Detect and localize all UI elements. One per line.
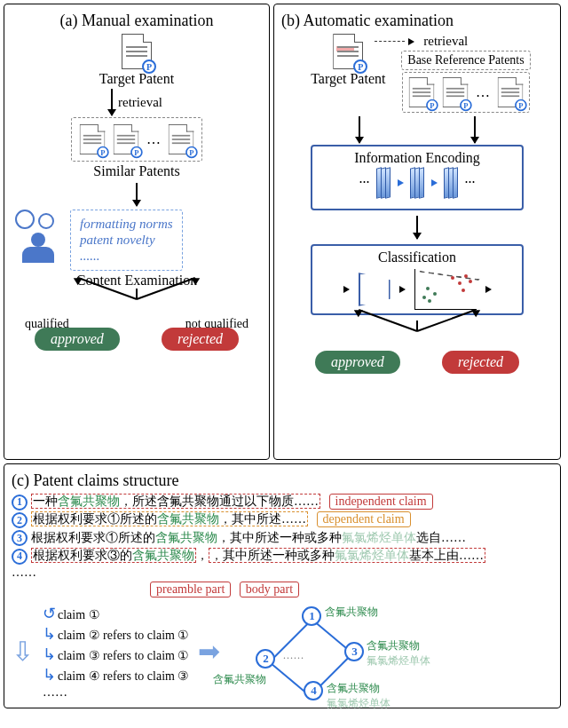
claim-3: 3根据权利要求①所述的含氟共聚物，其中所述一种或多种氟氯烯烃单体选自…… — [12, 530, 553, 547]
rejected-pill: rejected — [162, 328, 239, 351]
target-doc-icon: P — [333, 34, 363, 69]
similar-patents-label: Similar Patents — [93, 163, 179, 179]
examiner-row: formatting norms patent novelty ...... — [12, 210, 262, 271]
criteria-box: formatting norms patent novelty ...... — [70, 210, 183, 271]
scatter-plot-icon — [414, 269, 477, 310]
criteria-etc: ...... — [80, 249, 173, 264]
claim-4: 4根据权利要求③的含氟共聚物，，其中所述一种或多种氟氯烯烃单体基本上由…… — [12, 548, 553, 565]
classification-label: Classification — [378, 249, 456, 265]
claims-ellipsis: …… — [12, 566, 553, 580]
ellipsis-icon: … — [145, 131, 162, 147]
panel-c: (c) Patent claims structure 1一种含氟共聚物，所述含… — [4, 463, 561, 708]
split-arrows — [57, 289, 217, 322]
classification-box: Classification — [311, 244, 524, 315]
panel-b: (b) Automatic examination P Target Paten… — [273, 4, 561, 460]
base-reference-label: Base Reference Patents — [401, 51, 530, 70]
dependent-claim-tag: dependent claim — [317, 511, 411, 527]
preamble-tag: preamble part — [150, 582, 231, 597]
examiner-icon — [12, 210, 65, 263]
retrieval-label: retrieval — [118, 95, 162, 110]
criteria-novelty: patent novelty — [80, 233, 173, 248]
arrow-icon — [111, 89, 113, 115]
claim-2: 2根据权利要求①所述的含氟共聚物，其中所述…… dependent claim — [12, 511, 553, 528]
reference-list: ↺claim ① ↳claim ② refers to claim ① ↳cla… — [43, 603, 189, 700]
target-patent-label: Target Patent — [99, 71, 174, 87]
body-tag: body part — [240, 582, 299, 597]
panel-c-lower: ⇩ ↺claim ① ↳claim ② refers to claim ① ↳c… — [12, 603, 553, 700]
panel-a-title: (a) Manual examination — [60, 12, 214, 30]
panel-b-top: P Target Patent retrieval Base Reference… — [304, 34, 530, 113]
graph-node-1: 1 — [302, 606, 321, 626]
panel-b-title: (b) Automatic examination — [281, 12, 454, 30]
graph-node-4: 4 — [304, 681, 323, 700]
classifier-icon — [359, 273, 390, 306]
claim-1: 1一种含氟共聚物，所述含氟共聚物通过以下物质…… independent cla… — [12, 494, 553, 510]
outcome-row: approved rejected — [35, 328, 239, 351]
independent-claim-tag: independent claim — [329, 494, 433, 510]
nn-stacks: ··· ··· — [359, 168, 476, 198]
content-exam-label: Content Examination — [76, 273, 197, 289]
target-patent-label-b: Target Patent — [311, 71, 385, 87]
arrow-icon — [416, 216, 418, 239]
right-arrow-icon: ➡ — [198, 636, 220, 667]
info-encoding-box: Information Encoding ··· ··· — [311, 145, 524, 210]
arrow-icon — [359, 116, 360, 143]
claims-list: 1一种含氟共聚物，所述含氟共聚物通过以下物质…… independent cla… — [12, 494, 553, 597]
figure-root: (a) Manual examination P Target Patent r… — [4, 4, 564, 708]
graph-node-2: 2 — [256, 649, 275, 669]
info-encoding-label: Information Encoding — [354, 150, 480, 166]
patent-doc-icon: P — [122, 34, 152, 69]
retrieval-label-b: retrieval — [423, 34, 468, 49]
arrow-icon — [408, 38, 414, 45]
down-arrow-icon: ⇩ — [12, 636, 34, 667]
claim-graph: 1 2 3 4 含氟共聚物 含氟共聚物 含氟共聚物氟氯烯烃单体 含氟共聚物氟氯烯… — [229, 603, 398, 700]
arrow-icon — [474, 116, 476, 143]
criteria-formatting: formatting norms — [80, 217, 173, 232]
approved-pill: approved — [35, 328, 120, 351]
similar-patents-box: P P … P — [71, 117, 202, 162]
arrow-icon — [136, 183, 138, 206]
graph-node-3: 3 — [344, 642, 364, 661]
panel-a: (a) Manual examination P Target Patent r… — [4, 4, 270, 460]
panel-c-title: (c) Patent claims structure — [12, 471, 553, 490]
split-arrows — [337, 320, 497, 354]
top-row: (a) Manual examination P Target Patent r… — [4, 4, 564, 460]
